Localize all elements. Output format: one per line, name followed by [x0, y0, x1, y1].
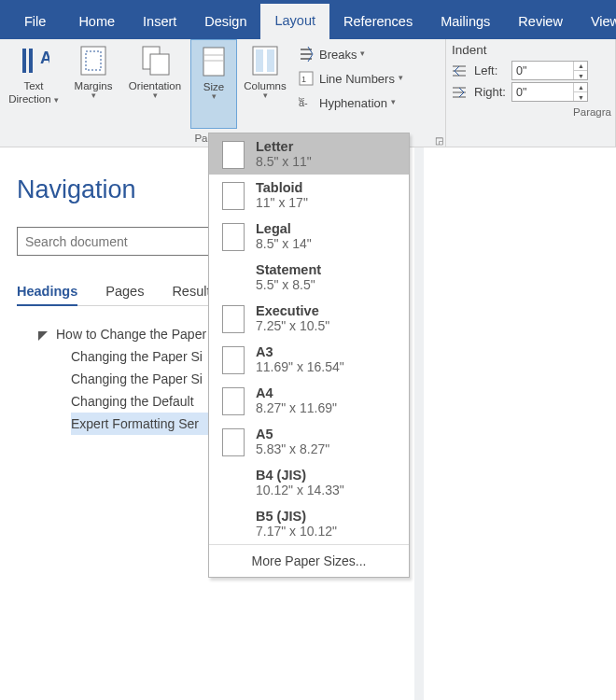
indent-left-icon [452, 64, 469, 77]
size-dims: 11.69" x 16.54" [256, 359, 344, 374]
svg-text:1: 1 [301, 75, 306, 84]
page-thumb-icon [222, 305, 245, 333]
page-setup-small: Breaks ▾ 1 Line Numbers ▾ a-bc Hyphenati… [293, 39, 409, 114]
size-dims: 11" x 17" [256, 195, 308, 210]
page-thumb-icon [222, 428, 245, 456]
page-thumb-icon [222, 223, 245, 251]
svg-rect-7 [203, 48, 224, 76]
svg-rect-6 [150, 54, 169, 75]
size-dims: 8.27" x 11.69" [256, 400, 337, 415]
svg-rect-9 [256, 49, 263, 72]
size-option[interactable]: A311.69" x 16.54" [209, 339, 409, 380]
hyphenation-button[interactable]: a-bc Hyphenation ▾ [299, 91, 403, 114]
nav-tab-results[interactable]: Result [172, 284, 210, 306]
size-name: Statement [256, 262, 321, 277]
hyphenation-icon: a-bc [299, 95, 315, 110]
size-button[interactable]: Size ▾ [190, 39, 237, 129]
size-menu: Letter8.5" x 11"Tabloid11" x 17"Legal8.5… [208, 133, 410, 578]
outline-item-selected[interactable]: Expert Formatting Ser [71, 413, 217, 435]
svg-text:A: A [40, 49, 49, 67]
svg-text:bc: bc [299, 96, 304, 102]
indent-left-input[interactable]: 0"▲▼ [511, 61, 588, 80]
left-label: Left: [474, 63, 506, 77]
columns-button[interactable]: Columns ▾ [237, 39, 293, 129]
size-dims: 8.5" x 11" [256, 154, 312, 169]
size-dims: 8.5" x 14" [256, 236, 312, 251]
collapse-icon[interactable] [38, 331, 48, 341]
size-name: B5 (JIS) [256, 509, 337, 524]
page-thumb-icon [222, 387, 245, 415]
right-label: Right: [474, 85, 506, 99]
svg-rect-10 [267, 49, 274, 72]
text-direction-button[interactable]: A TextDirection ▾ [0, 39, 67, 129]
tab-layout[interactable]: Layout [260, 4, 329, 39]
tab-insert[interactable]: Insert [129, 6, 190, 39]
size-name: A5 [256, 427, 329, 441]
tab-references[interactable]: References [329, 6, 427, 39]
size-name: Tabloid [256, 180, 308, 195]
size-name: A4 [256, 385, 337, 400]
orientation-button[interactable]: Orientation ▾ [119, 39, 190, 129]
size-name: Letter [256, 139, 312, 154]
tab-view[interactable]: View [577, 6, 616, 39]
size-dims: 7.25" x 10.5" [256, 318, 329, 333]
page-thumb-icon [222, 182, 245, 210]
paragraph-label: Paragra [446, 104, 615, 120]
ribbon: A TextDirection ▾ Margins ▾ Orientation … [0, 39, 616, 147]
size-option[interactable]: A55.83" x 8.27" [209, 421, 409, 462]
nav-tab-headings[interactable]: Headings [17, 284, 77, 306]
size-name: A3 [256, 344, 344, 359]
size-option[interactable]: A48.27" x 11.69" [209, 380, 409, 421]
margins-icon [77, 45, 109, 77]
size-option[interactable]: Legal8.5" x 14" [209, 216, 409, 257]
size-name: B4 (JIS) [256, 468, 344, 483]
line-numbers-button[interactable]: 1 Line Numbers ▾ [299, 67, 403, 90]
tab-home[interactable]: Home [64, 6, 129, 39]
nav-tab-pages[interactable]: Pages [105, 284, 144, 306]
page-setup-launcher[interactable]: ◲ [435, 135, 443, 146]
indent-label: Indent [452, 43, 609, 57]
size-icon [198, 46, 230, 77]
line-numbers-icon: 1 [299, 71, 315, 86]
columns-icon [249, 45, 281, 77]
tab-mailings[interactable]: Mailings [427, 6, 504, 39]
size-dims: 5.5" x 8.5" [256, 277, 321, 292]
page-thumb-icon [222, 346, 245, 374]
breaks-button[interactable]: Breaks ▾ [299, 43, 403, 65]
margins-button[interactable]: Margins ▾ [67, 39, 119, 129]
tab-review[interactable]: Review [504, 6, 577, 39]
svg-rect-1 [29, 49, 33, 73]
size-dims: 7.17" x 10.12" [256, 524, 337, 539]
size-option[interactable]: Executive7.25" x 10.5" [209, 298, 409, 339]
size-option[interactable]: B5 (JIS)7.17" x 10.12" [209, 503, 409, 544]
text-direction-icon: A [18, 45, 49, 77]
document-area [414, 147, 424, 700]
indent-right-input[interactable]: 0"▲▼ [511, 82, 588, 102]
size-dims: 5.83" x 8.27" [256, 441, 329, 456]
size-option[interactable]: B4 (JIS)10.12" x 14.33" [209, 462, 409, 503]
size-dims: 10.12" x 14.33" [256, 483, 344, 497]
indent-right-icon [452, 86, 469, 99]
tab-file[interactable]: File [6, 6, 64, 39]
breaks-icon [299, 47, 315, 62]
size-name: Legal [256, 221, 312, 236]
tab-design[interactable]: Design [190, 6, 260, 39]
orientation-icon [139, 45, 171, 77]
svg-rect-0 [22, 49, 26, 73]
size-option[interactable]: Tabloid11" x 17" [209, 175, 409, 216]
app-tabs: File Home Insert Design Layout Reference… [0, 0, 616, 39]
page-thumb-icon [222, 141, 245, 169]
size-option[interactable]: Letter8.5" x 11" [209, 133, 409, 175]
size-option[interactable]: Statement5.5" x 8.5" [209, 257, 409, 298]
size-name: Executive [256, 303, 329, 318]
more-paper-sizes[interactable]: More Paper Sizes... [209, 544, 409, 577]
